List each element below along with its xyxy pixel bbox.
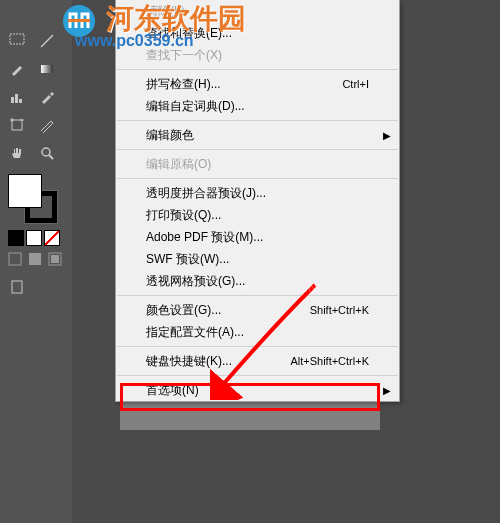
- tool-knife[interactable]: [33, 113, 61, 137]
- menu-item[interactable]: 编辑自定词典(D)...: [116, 95, 399, 117]
- menu-separator: [117, 375, 398, 376]
- svg-rect-6: [12, 120, 22, 130]
- menu-item[interactable]: 透视网格预设(G)...: [116, 270, 399, 292]
- menu-item-label: 首选项(N): [146, 382, 199, 399]
- menu-item-label: SWF 预设(W)...: [146, 251, 229, 268]
- menu-item-shortcut: Ctrl+I: [342, 78, 369, 90]
- menu-item-label: 透视网格预设(G)...: [146, 273, 245, 290]
- menu-item[interactable]: SWF 预设(W)...: [116, 248, 399, 270]
- screen-mode-icons: [8, 252, 66, 266]
- menu-item-label: 查找下一个(X): [146, 47, 222, 64]
- menu-item-label: 查找和替换(E)...: [146, 25, 232, 42]
- svg-rect-16: [12, 281, 22, 293]
- color-swatches[interactable]: [8, 174, 58, 224]
- menu-item: 编辑原稿(O): [116, 153, 399, 175]
- menu-item[interactable]: 查找和替换(E)...: [116, 22, 399, 44]
- menu-item-label: 编辑原稿(O): [146, 156, 211, 173]
- menu-item-label: Adobe PDF 预设(M)...: [146, 229, 263, 246]
- swatch-gradient[interactable]: [26, 230, 42, 246]
- menu-item-label: 键盘快捷键(K)...: [146, 353, 232, 370]
- mini-swatches: [8, 230, 66, 246]
- menu-item-label: 拼写检查(H)...: [146, 76, 221, 93]
- menu-item[interactable]: 颜色设置(G)...Shift+Ctrl+K: [116, 299, 399, 321]
- svg-rect-5: [19, 99, 22, 103]
- edit-menu: 清除(L)查找和替换(E)...查找下一个(X)拼写检查(H)...Ctrl+I…: [115, 0, 400, 402]
- menu-item[interactable]: 打印预设(Q)...: [116, 204, 399, 226]
- menu-item-label: 透明度拼合器预设(J)...: [146, 185, 266, 202]
- screen-mode-1[interactable]: [8, 252, 22, 266]
- menu-item[interactable]: 编辑颜色▶: [116, 124, 399, 146]
- menu-item[interactable]: 指定配置文件(A)...: [116, 321, 399, 343]
- submenu-arrow-icon: ▶: [383, 385, 391, 396]
- svg-point-10: [42, 148, 50, 156]
- svg-line-11: [49, 155, 53, 159]
- svg-rect-3: [11, 97, 14, 103]
- svg-rect-15: [51, 255, 59, 263]
- tools-panel: [0, 0, 70, 523]
- menu-item-shortcut: Alt+Shift+Ctrl+K: [290, 355, 369, 367]
- menu-item-label: 编辑自定词典(D)...: [146, 98, 245, 115]
- svg-rect-4: [15, 94, 18, 103]
- menu-item-label: 颜色设置(G)...: [146, 302, 221, 319]
- menu-item-shortcut: Shift+Ctrl+K: [310, 304, 369, 316]
- screen-mode-3[interactable]: [48, 252, 62, 266]
- fill-swatch[interactable]: [8, 174, 42, 208]
- menu-separator: [117, 69, 398, 70]
- menu-item-label: 打印预设(Q)...: [146, 207, 221, 224]
- menu-item[interactable]: 拼写检查(H)...Ctrl+I: [116, 73, 399, 95]
- menu-item[interactable]: 键盘快捷键(K)...Alt+Shift+Ctrl+K: [116, 350, 399, 372]
- menu-separator: [117, 346, 398, 347]
- svg-line-1: [41, 35, 53, 47]
- swatch-none[interactable]: [44, 230, 60, 246]
- menu-item[interactable]: Adobe PDF 预设(M)...: [116, 226, 399, 248]
- tool-eyedropper[interactable]: [33, 85, 61, 109]
- tool-chart[interactable]: [3, 85, 31, 109]
- menu-item[interactable]: 首选项(N)▶: [116, 379, 399, 401]
- menu-separator: [117, 120, 398, 121]
- tool-artboard[interactable]: [3, 113, 31, 137]
- svg-rect-0: [10, 34, 24, 44]
- svg-rect-12: [9, 253, 21, 265]
- swatch-color[interactable]: [8, 230, 24, 246]
- svg-rect-13: [29, 253, 41, 265]
- menu-item: 清除(L): [116, 0, 399, 22]
- menu-item-label: 指定配置文件(A)...: [146, 324, 244, 341]
- menu-item-label: 清除(L): [146, 3, 185, 20]
- tool-brush[interactable]: [3, 57, 31, 81]
- svg-rect-2: [41, 65, 53, 73]
- tool-doc-mode[interactable]: [3, 275, 31, 299]
- tool-hand[interactable]: [3, 141, 31, 165]
- screen-mode-2[interactable]: [28, 252, 42, 266]
- menu-item[interactable]: 透明度拼合器预设(J)...: [116, 182, 399, 204]
- tool-gradient[interactable]: [33, 57, 61, 81]
- tool-zoom[interactable]: [33, 141, 61, 165]
- menu-separator: [117, 178, 398, 179]
- tool-rect-select[interactable]: [3, 29, 31, 53]
- menu-item: 查找下一个(X): [116, 44, 399, 66]
- menu-item-label: 编辑颜色: [146, 127, 194, 144]
- submenu-arrow-icon: ▶: [383, 130, 391, 141]
- menu-separator: [117, 149, 398, 150]
- tool-line[interactable]: [33, 29, 61, 53]
- menu-separator: [117, 295, 398, 296]
